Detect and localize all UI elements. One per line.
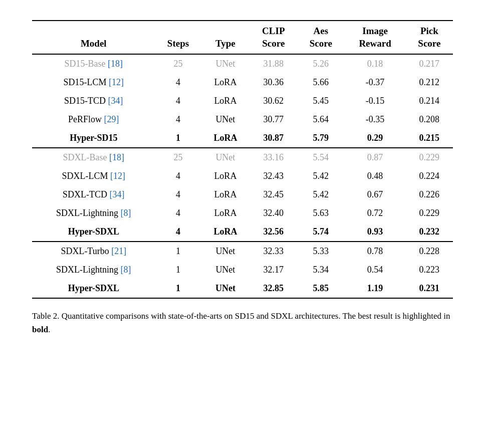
cell-aes: 5.54 xyxy=(297,148,344,167)
cell-pick: 0.229 xyxy=(406,204,453,222)
cell-pick: 0.215 xyxy=(406,129,453,148)
header-clip-score: CLIPScore xyxy=(250,21,297,54)
cell-aes: 5.34 xyxy=(297,261,344,279)
header-steps: Steps xyxy=(155,21,201,54)
cell-type: LoRA xyxy=(201,222,250,242)
cell-type: UNet xyxy=(201,261,250,279)
cell-clip: 30.77 xyxy=(250,110,297,129)
cell-clip: 30.87 xyxy=(250,129,297,148)
header-aes-score: AesScore xyxy=(297,21,344,54)
cell-clip: 30.62 xyxy=(250,92,297,110)
cell-aes: 5.42 xyxy=(297,167,344,185)
cell-pick: 0.226 xyxy=(406,185,453,204)
cell-type: LoRA xyxy=(201,185,250,204)
cell-pick: 0.217 xyxy=(406,54,453,73)
cell-img: 0.93 xyxy=(344,222,405,242)
cell-img: -0.15 xyxy=(344,92,405,110)
cell-model: SDXL-TCD [34] xyxy=(32,185,155,204)
cell-img: 0.67 xyxy=(344,185,405,204)
header-pick-score: PickScore xyxy=(406,21,453,54)
header-image-reward: ImageReward xyxy=(344,21,405,54)
cell-steps: 4 xyxy=(155,73,201,92)
cell-aes: 5.45 xyxy=(297,92,344,110)
cell-img: 0.72 xyxy=(344,204,405,222)
cell-pick: 0.224 xyxy=(406,167,453,185)
cell-steps: 4 xyxy=(155,92,201,110)
cell-steps: 25 xyxy=(155,54,201,73)
cell-model: SDXL-Base [18] xyxy=(32,148,155,167)
cell-clip: 32.33 xyxy=(250,242,297,261)
cell-steps: 4 xyxy=(155,204,201,222)
cell-clip: 32.17 xyxy=(250,261,297,279)
cell-pick: 0.214 xyxy=(406,92,453,110)
cell-aes: 5.85 xyxy=(297,279,344,298)
header-model: Model xyxy=(32,21,155,54)
cell-aes: 5.66 xyxy=(297,73,344,92)
cell-steps: 4 xyxy=(155,167,201,185)
cell-type: UNet xyxy=(201,242,250,261)
cell-pick: 0.208 xyxy=(406,110,453,129)
cell-img: 0.48 xyxy=(344,167,405,185)
table-caption: Table 2. Quantitative comparisons with s… xyxy=(32,310,453,336)
main-container: Model Steps Type CLIPScore AesScore Imag… xyxy=(17,10,468,346)
cell-steps: 1 xyxy=(155,279,201,298)
cell-type: LoRA xyxy=(201,204,250,222)
cell-img: 0.54 xyxy=(344,261,405,279)
cell-img: 0.78 xyxy=(344,242,405,261)
cell-pick: 0.228 xyxy=(406,242,453,261)
cell-type: UNet xyxy=(201,279,250,298)
cell-pick: 0.212 xyxy=(406,73,453,92)
cell-model: SD15-LCM [12] xyxy=(32,73,155,92)
cell-type: LoRA xyxy=(201,73,250,92)
cell-type: UNet xyxy=(201,148,250,167)
cell-clip: 31.88 xyxy=(250,54,297,73)
cell-pick: 0.231 xyxy=(406,279,453,298)
cell-pick: 0.223 xyxy=(406,261,453,279)
cell-clip: 32.45 xyxy=(250,185,297,204)
cell-clip: 32.85 xyxy=(250,279,297,298)
cell-aes: 5.79 xyxy=(297,129,344,148)
cell-clip: 32.40 xyxy=(250,204,297,222)
cell-steps: 1 xyxy=(155,129,201,148)
header-type: Type xyxy=(201,21,250,54)
cell-steps: 4 xyxy=(155,222,201,242)
cell-type: LoRA xyxy=(201,92,250,110)
cell-steps: 4 xyxy=(155,110,201,129)
comparison-table: Model Steps Type CLIPScore AesScore Imag… xyxy=(32,20,453,299)
cell-img: 0.87 xyxy=(344,148,405,167)
cell-clip: 32.43 xyxy=(250,167,297,185)
cell-img: 1.19 xyxy=(344,279,405,298)
cell-img: -0.37 xyxy=(344,73,405,92)
cell-aes: 5.26 xyxy=(297,54,344,73)
cell-aes: 5.33 xyxy=(297,242,344,261)
cell-model: Hyper-SDXL xyxy=(32,279,155,298)
cell-type: LoRA xyxy=(201,129,250,148)
cell-model: SD15-Base [18] xyxy=(32,54,155,73)
cell-model: SD15-TCD [34] xyxy=(32,92,155,110)
cell-model: Hyper-SD15 xyxy=(32,129,155,148)
cell-aes: 5.74 xyxy=(297,222,344,242)
cell-clip: 32.56 xyxy=(250,222,297,242)
cell-steps: 25 xyxy=(155,148,201,167)
cell-model: SDXL-Lightning [8] xyxy=(32,204,155,222)
cell-type: UNet xyxy=(201,110,250,129)
cell-pick: 0.232 xyxy=(406,222,453,242)
cell-model: SDXL-Turbo [21] xyxy=(32,242,155,261)
cell-img: 0.18 xyxy=(344,54,405,73)
cell-model: PeRFlow [29] xyxy=(32,110,155,129)
cell-clip: 33.16 xyxy=(250,148,297,167)
cell-model: Hyper-SDXL xyxy=(32,222,155,242)
cell-type: LoRA xyxy=(201,167,250,185)
cell-steps: 1 xyxy=(155,261,201,279)
cell-aes: 5.63 xyxy=(297,204,344,222)
cell-img: 0.29 xyxy=(344,129,405,148)
cell-steps: 1 xyxy=(155,242,201,261)
cell-aes: 5.64 xyxy=(297,110,344,129)
cell-model: SDXL-Lightning [8] xyxy=(32,261,155,279)
cell-aes: 5.42 xyxy=(297,185,344,204)
cell-img: -0.35 xyxy=(344,110,405,129)
cell-clip: 30.36 xyxy=(250,73,297,92)
cell-steps: 4 xyxy=(155,185,201,204)
cell-model: SDXL-LCM [12] xyxy=(32,167,155,185)
cell-type: UNet xyxy=(201,54,250,73)
